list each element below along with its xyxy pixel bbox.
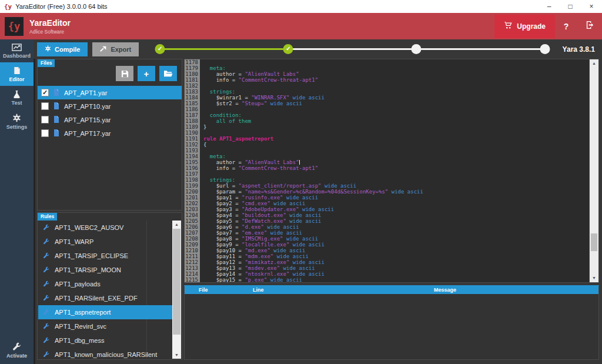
exit-button[interactable] bbox=[577, 21, 602, 32]
file-checkbox[interactable] bbox=[41, 116, 49, 123]
code-line: 1209 $pay9 = "localfile.exe" wide ascii bbox=[185, 242, 589, 248]
code-line: 1186 bbox=[185, 106, 589, 112]
export-button[interactable]: Export bbox=[92, 42, 139, 56]
sidebar-item-editor[interactable]: Editor bbox=[0, 62, 34, 86]
stepper-step-1-check-icon: ✓ bbox=[155, 44, 165, 54]
line-number: 1210 bbox=[185, 248, 200, 253]
file-name: APT_APT17.yar bbox=[64, 130, 111, 137]
editor-scrollbar[interactable]: ▲ ▼ bbox=[589, 59, 598, 282]
code-line: 1188 all of them bbox=[185, 118, 589, 124]
rule-row[interactable]: APT1_Revird_svc bbox=[38, 319, 172, 333]
code-line: 1200 $param = "name=%s&Gender=%c&Random=… bbox=[185, 189, 589, 195]
sidebar-item-label: Activate bbox=[0, 353, 34, 359]
line-number: 1209 bbox=[185, 242, 200, 248]
rules-panel-title: Rules bbox=[38, 213, 57, 221]
code-line: 1196 info = "CommentCrew-threat-apt1" bbox=[185, 165, 589, 171]
close-button[interactable]: × bbox=[581, 0, 602, 13]
maximize-button[interactable]: □ bbox=[560, 0, 581, 13]
scrollbar-thumb[interactable] bbox=[173, 229, 180, 335]
file-name: APT_APT10.yar bbox=[64, 103, 111, 110]
rule-row[interactable]: APT1_TARSIP_MOON bbox=[38, 263, 172, 277]
line-number: 1180 bbox=[185, 71, 200, 77]
line-number: 1190 bbox=[185, 130, 200, 136]
scroll-up-icon[interactable]: ▲ bbox=[172, 221, 181, 228]
code-line: 1195 author = "AlienVault Labs" bbox=[185, 159, 589, 165]
sidebar-item-activate[interactable]: Activate bbox=[0, 338, 34, 362]
files-list: ✓APT_APT1.yarAPT_APT10.yarAPT_APT15.yarA… bbox=[38, 86, 182, 140]
messages-column-line[interactable]: Line bbox=[253, 286, 264, 294]
line-number: 1185 bbox=[185, 101, 200, 106]
brand: YaraEditor Adlice Software bbox=[29, 18, 71, 35]
code-line: 1211 $pay11 = "mdm.exe" wide ascii bbox=[185, 253, 589, 259]
code-line: 1191rule APT1_aspnetreport bbox=[185, 136, 589, 142]
line-number: 1203 bbox=[185, 206, 200, 212]
rule-row[interactable]: APT1_aspnetreport bbox=[38, 305, 172, 319]
rule-row[interactable]: APT1_known_malicious_RARSilent bbox=[38, 348, 172, 359]
file-checkbox[interactable] bbox=[41, 102, 49, 110]
file-checkbox[interactable]: ✓ bbox=[41, 89, 49, 96]
app-icon: {y bbox=[4, 3, 12, 11]
line-number: 1213 bbox=[185, 265, 200, 271]
rule-row[interactable]: APT1_WEBC2_AUSOV bbox=[38, 221, 172, 235]
code-line: 1193 bbox=[185, 148, 589, 153]
code-line: 1199 $url = "aspnet_client/report.asp" w… bbox=[185, 183, 589, 189]
minimize-button[interactable]: – bbox=[539, 0, 560, 13]
rule-row[interactable]: APT1_dbg_mess bbox=[38, 333, 172, 348]
line-number: 1195 bbox=[185, 159, 200, 165]
rule-row[interactable]: APT1_RARSilent_EXE_PDF bbox=[38, 291, 172, 305]
sidebar-item-test[interactable]: Test bbox=[0, 86, 34, 109]
rule-wrench-icon bbox=[43, 280, 49, 288]
scroll-down-icon[interactable]: ▼ bbox=[590, 274, 598, 282]
compile-button[interactable]: Compile bbox=[37, 42, 88, 56]
file-row[interactable]: APT_APT10.yar bbox=[38, 99, 182, 113]
app-header: {y YaraEditor Adlice Software Upgrade ? bbox=[0, 13, 602, 39]
rule-row[interactable]: APT1_payloads bbox=[38, 277, 172, 291]
rules-scrollbar[interactable]: ▲ ▼ bbox=[172, 221, 181, 359]
rule-name: APT1_RARSilent_EXE_PDF bbox=[55, 295, 138, 302]
export-label: Export bbox=[111, 46, 131, 53]
sidebar-item-dashboard[interactable]: Dashboard bbox=[0, 39, 34, 62]
line-number: 1184 bbox=[185, 95, 200, 101]
file-name: APT_APT15.yar bbox=[64, 116, 111, 123]
sidebar-item-label: Settings bbox=[0, 124, 34, 130]
rule-name: APT1_Revird_svc bbox=[55, 323, 106, 330]
line-number: 1207 bbox=[185, 230, 200, 236]
messages-column-file[interactable]: File bbox=[199, 286, 208, 294]
stepper-step-3 bbox=[412, 44, 422, 54]
file-row[interactable]: ✓APT_APT1.yar bbox=[38, 86, 182, 99]
code-line: 1198 strings: bbox=[185, 177, 589, 183]
open-file-button[interactable] bbox=[159, 66, 177, 81]
add-file-button[interactable]: + bbox=[138, 66, 155, 81]
code-editor[interactable]: 11781179 meta:1180 author = "AlienVault … bbox=[184, 59, 599, 283]
yar-file-icon bbox=[53, 89, 59, 97]
rule-row[interactable]: APT1_WARP bbox=[38, 235, 172, 249]
sidebar-item-settings[interactable]: Settings bbox=[0, 109, 34, 133]
file-row[interactable]: APT_APT15.yar bbox=[38, 113, 182, 126]
line-number: 1211 bbox=[185, 253, 200, 259]
rule-row[interactable]: APT1_TARSIP_ECLIPSE bbox=[38, 249, 172, 263]
code-line: 1178 bbox=[185, 59, 589, 65]
file-checkbox[interactable] bbox=[41, 129, 49, 137]
text-caret bbox=[299, 160, 300, 165]
scroll-up-icon[interactable]: ▲ bbox=[590, 59, 598, 68]
help-button[interactable]: ? bbox=[555, 22, 577, 31]
sidebar-item-label: Editor bbox=[0, 76, 34, 82]
rules-list: APT1_WEBC2_AUSOVAPT1_WARPAPT1_TARSIP_ECL… bbox=[38, 221, 172, 359]
yar-file-icon bbox=[53, 102, 59, 111]
file-row[interactable]: APT_APT17.yar bbox=[38, 126, 182, 140]
code-line: 1208 $pay8 = "IMSCMig.exe" wide ascii bbox=[185, 236, 589, 242]
code-line: 1184 $winrar1 = "WINRAR.SFX" wide ascii bbox=[185, 95, 589, 101]
messages-column-message[interactable]: Message bbox=[434, 286, 456, 294]
code-line: 1190 bbox=[185, 130, 589, 136]
rule-name: APT1_WEBC2_AUSOV bbox=[55, 224, 123, 231]
line-number: 1186 bbox=[185, 106, 200, 112]
app-logo: {y bbox=[5, 17, 24, 36]
scrollbar-thumb[interactable] bbox=[591, 233, 597, 251]
scroll-down-icon[interactable]: ▼ bbox=[172, 351, 181, 359]
plus-icon: + bbox=[144, 69, 149, 79]
rule-wrench-icon bbox=[43, 337, 49, 345]
yara-version: Yara 3.8.1 bbox=[563, 45, 595, 54]
save-file-button[interactable] bbox=[116, 66, 133, 81]
code-line: 1180 author = "AlienVault Labs" bbox=[185, 71, 589, 77]
upgrade-button[interactable]: Upgrade bbox=[494, 15, 555, 38]
